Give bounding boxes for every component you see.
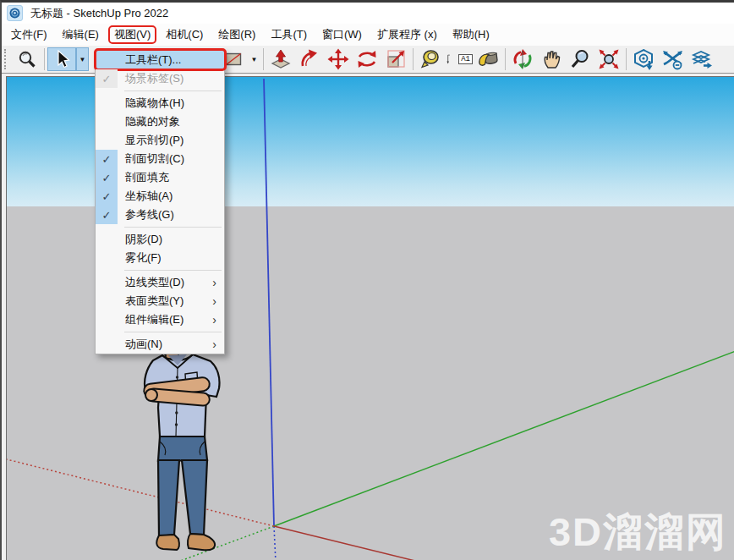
select-tool-dropdown[interactable]: ▼ — [76, 47, 89, 71]
menu-item-edge-style[interactable]: 边线类型(D) › — [96, 273, 224, 292]
check-icon: ✓ — [102, 190, 112, 203]
extension-warehouse-button[interactable] — [687, 47, 715, 71]
menu-separator — [96, 88, 224, 94]
scale-button[interactable] — [381, 47, 410, 71]
scale-icon — [385, 48, 407, 70]
move-button[interactable] — [324, 47, 353, 71]
menu-file[interactable]: 文件(F) — [3, 25, 55, 45]
menu-item-toolbars[interactable]: 工具栏(T)... — [96, 51, 224, 69]
menu-camera[interactable]: 相机(C) — [158, 25, 211, 45]
scale-figure-person — [141, 342, 230, 553]
menu-item-section-planes[interactable]: 显示剖切(P) — [96, 131, 224, 150]
rotate-button[interactable] — [353, 47, 381, 71]
zoom-icon — [569, 48, 591, 70]
menu-item-fog[interactable]: 雾化(F) — [96, 249, 224, 267]
zoom-window-button[interactable] — [13, 47, 41, 71]
menu-window[interactable]: 窗口(W) — [315, 25, 370, 45]
dimension-icon — [446, 48, 458, 70]
menu-help[interactable]: 帮助(H) — [445, 25, 497, 45]
sketchup-window: 无标题 - SketchUp Pro 2022 文件(F) 编辑(E) 视图(V… — [0, 0, 734, 560]
view-dropdown-menu: 工具栏(T)... ✓ 场景标签(S) 隐藏物体(H) 隐藏的对象 显示剖切(P… — [95, 50, 225, 354]
menu-item-face-style[interactable]: 表面类型(Y) › — [96, 292, 224, 310]
toolbar-separator — [44, 48, 45, 70]
menu-separator — [96, 224, 224, 230]
submenu-arrow-icon: › — [212, 338, 216, 350]
toolbar-separator — [626, 48, 627, 70]
menu-extensions[interactable]: 扩展程序 (x) — [370, 25, 445, 45]
get-models-button[interactable] — [629, 47, 658, 71]
menu-item-hidden-objects[interactable]: 隐藏的对象 — [96, 113, 224, 131]
window-title: 无标题 - SketchUp Pro 2022 — [30, 6, 168, 21]
menu-item-section-cuts[interactable]: ✓ 剖面切割(C) — [96, 150, 224, 168]
select-tool-group: ▼ — [47, 47, 89, 71]
orbit-icon — [512, 48, 534, 70]
check-icon: ✓ — [102, 209, 112, 222]
rectangle-tool-icon — [223, 49, 244, 69]
menu-edit[interactable]: 编辑(E) — [55, 25, 107, 45]
menu-separator — [96, 329, 224, 335]
caret-down-icon: ▼ — [251, 56, 258, 63]
paint-bucket-button[interactable] — [474, 47, 502, 71]
get-models-icon — [633, 48, 655, 71]
submenu-arrow-icon: › — [212, 295, 216, 307]
menu-bar: 文件(F) 编辑(E) 视图(V) 相机(C) 绘图(R) 工具(T) 窗口(W… — [2, 24, 734, 46]
zoom-button[interactable] — [566, 47, 594, 71]
toolbar-grip[interactable] — [4, 49, 8, 69]
menu-item-shadows[interactable]: 阴影(D) — [96, 230, 224, 249]
follow-me-button[interactable] — [295, 47, 324, 71]
follow-me-icon — [299, 48, 320, 70]
caret-down-icon: ▼ — [79, 56, 86, 63]
move-icon — [327, 48, 349, 70]
submenu-arrow-icon: › — [212, 277, 216, 288]
menu-item-section-fill[interactable]: ✓ 剖面填充 — [96, 168, 224, 187]
check-icon: ✓ — [102, 172, 112, 184]
push-pull-icon — [270, 48, 292, 70]
toolbar-separator — [263, 48, 264, 70]
zoom-extents-button[interactable] — [594, 47, 623, 71]
menu-item-guides[interactable]: ✓ 参考线(G) — [96, 206, 224, 224]
share-model-button[interactable] — [658, 47, 687, 71]
title-bar: 无标题 - SketchUp Pro 2022 — [2, 3, 734, 24]
paint-bucket-icon — [477, 48, 499, 70]
pan-button[interactable] — [537, 47, 566, 71]
toolbar-separator — [505, 48, 506, 70]
tape-measure-button[interactable] — [416, 47, 445, 71]
dimension-label: A1 — [458, 54, 473, 64]
select-arrow-icon — [52, 49, 71, 69]
menu-item-scene-tabs: ✓ 场景标签(S) — [96, 69, 224, 88]
menu-draw[interactable]: 绘图(R) — [211, 25, 263, 45]
menu-tools[interactable]: 工具(T) — [263, 25, 315, 45]
tape-measure-icon — [419, 48, 441, 70]
select-tool-button[interactable] — [47, 47, 76, 71]
orbit-button[interactable] — [508, 47, 537, 71]
sketchup-logo-icon — [7, 5, 23, 21]
zoom-window-icon — [17, 49, 37, 69]
submenu-arrow-icon: › — [212, 314, 216, 326]
menu-separator — [96, 267, 224, 273]
site-watermark: 3D溜溜网 — [549, 506, 727, 559]
menu-item-animation[interactable]: 动画(N) › — [96, 335, 224, 354]
menu-item-axes[interactable]: ✓ 坐标轴(A) — [96, 187, 224, 206]
push-pull-button[interactable] — [266, 47, 295, 71]
extension-warehouse-icon — [690, 48, 713, 71]
zoom-extents-icon — [598, 48, 620, 70]
pan-hand-icon — [540, 48, 562, 70]
shapes-dropdown[interactable]: ▼ — [248, 47, 260, 71]
dimension-button[interactable]: A1 — [445, 47, 474, 71]
menu-item-component-edit[interactable]: 组件编辑(E) › — [96, 310, 224, 329]
check-icon: ✓ — [102, 153, 112, 166]
menu-view[interactable]: 视图(V) — [108, 25, 156, 44]
share-model-icon — [661, 48, 684, 71]
menu-item-hidden-geometry[interactable]: 隐藏物体(H) — [96, 94, 224, 113]
toolbar-separator — [413, 48, 414, 70]
check-icon: ✓ — [102, 73, 112, 85]
rotate-icon — [356, 48, 378, 70]
